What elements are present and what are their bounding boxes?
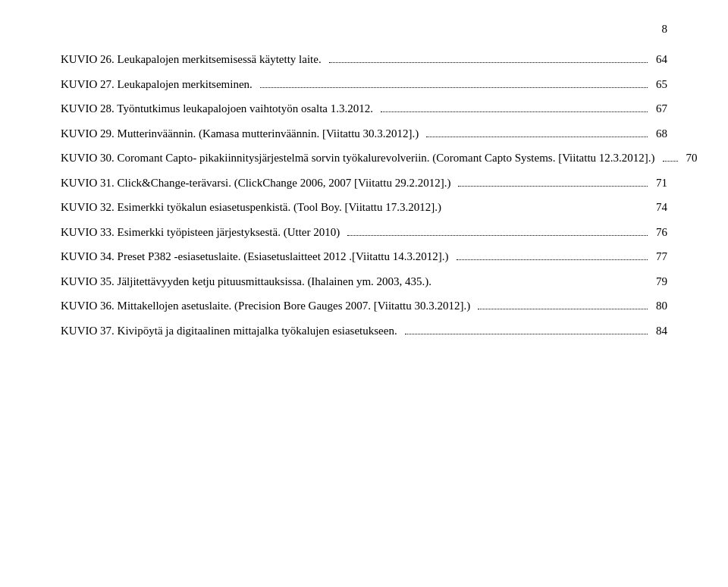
list-item: KUVIO 31. Click&Change-terävarsi. (Click… <box>61 174 667 192</box>
list-item: KUVIO 32. Esimerkki työkalun esiasetuspe… <box>61 199 667 216</box>
list-item: KUVIO 30. Coromant Capto- pikakiinnitysj… <box>61 149 667 167</box>
toc-entry-label: KUVIO 29. Mutterinväännin. (Kamasa mutte… <box>61 125 419 143</box>
toc-dots <box>260 87 648 88</box>
toc-dots <box>458 186 648 187</box>
toc-page-number: 80 <box>652 297 667 315</box>
toc-entry-label: KUVIO 31. Click&Change-terävarsi. (Click… <box>61 174 450 192</box>
toc-page-number: 71 <box>652 174 667 192</box>
toc-list: KUVIO 26. Leukapalojen merkitsemisessä k… <box>61 51 667 339</box>
toc-dots <box>426 137 648 137</box>
toc-entry-label: KUVIO 36. Mittakellojen asetuslaite. (Pr… <box>61 297 470 315</box>
toc-page-number: 84 <box>652 322 667 340</box>
list-item: KUVIO 26. Leukapalojen merkitsemisessä k… <box>61 51 667 68</box>
toc-entry-label: KUVIO 30. Coromant Capto- pikakiinnitysj… <box>61 149 655 167</box>
toc-entry-label: KUVIO 33. Esimerkki työpisteen järjestyk… <box>61 224 340 241</box>
toc-dots <box>347 235 648 236</box>
toc-entry-label: KUVIO 26. Leukapalojen merkitsemisessä k… <box>61 51 322 68</box>
toc-entry-label: KUVIO 37. Kivipöytä ja digitaalinen mitt… <box>61 322 397 340</box>
toc-dots <box>457 259 648 260</box>
toc-page-number: 64 <box>652 51 667 68</box>
list-item: KUVIO 34. Preset P382 -esiasetuslaite. (… <box>61 248 667 265</box>
list-item: KUVIO 35. Jäljitettävyyden ketju pituusm… <box>61 273 667 290</box>
page-number: 8 <box>61 23 667 36</box>
toc-dots <box>478 309 648 309</box>
toc-dots <box>663 161 678 162</box>
list-item: KUVIO 29. Mutterinväännin. (Kamasa mutte… <box>61 125 667 143</box>
list-item: KUVIO 28. Työntutkimus leukapalojoen vai… <box>61 100 667 118</box>
toc-entry-label: KUVIO 35. Jäljitettävyyden ketju pituusm… <box>61 273 431 290</box>
toc-page-number: 74 <box>652 199 667 216</box>
toc-page-number: 76 <box>652 224 667 241</box>
toc-entry-label: KUVIO 32. Esimerkki työkalun esiasetuspe… <box>61 199 441 216</box>
toc-page-number: 79 <box>652 273 667 290</box>
toc-page-number: 70 <box>682 149 698 167</box>
toc-entry-label: KUVIO 34. Preset P382 -esiasetuslaite. (… <box>61 248 449 265</box>
toc-entry-label: KUVIO 28. Työntutkimus leukapalojoen vai… <box>61 100 373 118</box>
list-item: KUVIO 27. Leukapalojen merkitseminen.65 <box>61 76 667 93</box>
toc-dots <box>329 62 648 63</box>
list-item: KUVIO 36. Mittakellojen asetuslaite. (Pr… <box>61 297 667 315</box>
list-item: KUVIO 37. Kivipöytä ja digitaalinen mitt… <box>61 322 667 340</box>
toc-page-number: 68 <box>652 125 667 143</box>
toc-page-number: 65 <box>652 76 667 93</box>
toc-page-number: 67 <box>652 100 667 118</box>
toc-dots <box>405 334 648 334</box>
toc-dots <box>381 111 648 112</box>
list-item: KUVIO 33. Esimerkki työpisteen järjestyk… <box>61 224 667 241</box>
toc-page-number: 77 <box>652 248 667 265</box>
toc-entry-label: KUVIO 27. Leukapalojen merkitseminen. <box>61 76 253 93</box>
